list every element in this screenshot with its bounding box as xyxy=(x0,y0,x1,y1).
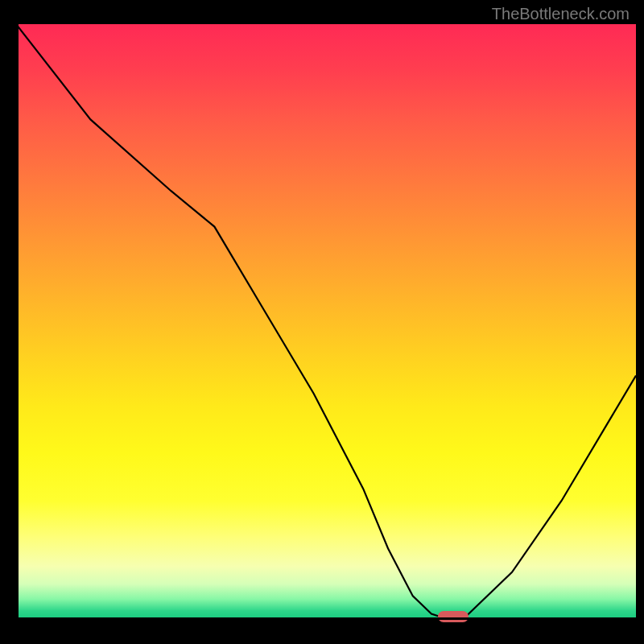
x-axis xyxy=(16,617,636,620)
bottleneck-curve xyxy=(16,24,636,620)
plot-area xyxy=(16,24,636,620)
watermark-text: TheBottleneck.com xyxy=(492,5,630,23)
chart-container: TheBottleneck.com xyxy=(0,0,644,644)
y-axis xyxy=(16,24,19,620)
